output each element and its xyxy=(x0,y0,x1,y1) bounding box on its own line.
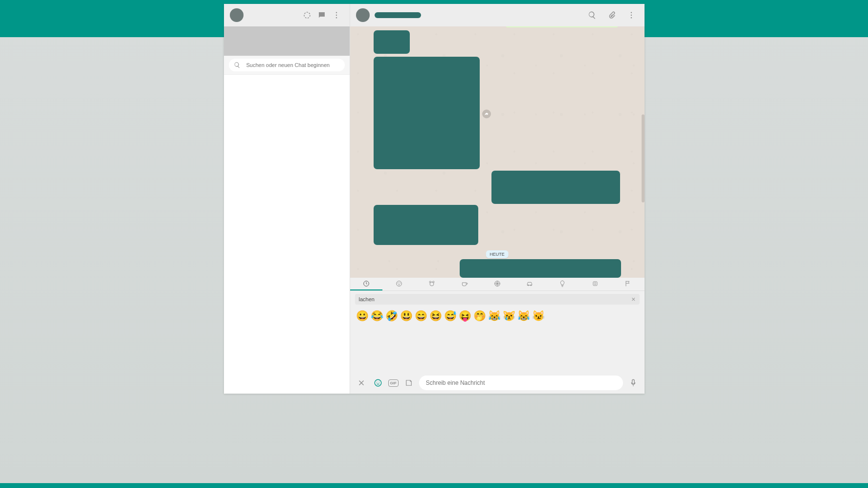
flag-icon xyxy=(624,280,632,288)
svg-point-2 xyxy=(335,15,336,16)
emoji-tab-smileys[interactable] xyxy=(382,278,415,290)
message-bubble-outgoing[interactable] xyxy=(491,171,620,204)
coffee-icon xyxy=(461,280,468,288)
chat-menu-dots-icon[interactable] xyxy=(624,8,639,22)
emoji-item[interactable]: 😆 xyxy=(429,310,442,322)
smiley-icon xyxy=(395,280,403,288)
app-window: HEUTE xyxy=(224,4,645,394)
bulb-icon xyxy=(558,280,566,288)
emoji-search-clear-icon[interactable]: × xyxy=(631,295,635,303)
attach-icon[interactable] xyxy=(604,8,619,22)
svg-point-18 xyxy=(375,379,381,386)
search-icon xyxy=(234,62,241,68)
emoji-tab-food[interactable] xyxy=(448,278,481,290)
sidebar-header xyxy=(224,4,350,26)
message-input-wrap[interactable] xyxy=(419,376,623,390)
forward-icon[interactable] xyxy=(482,110,491,118)
emoji-item[interactable]: 🤣 xyxy=(385,310,398,322)
contact-avatar[interactable] xyxy=(356,8,370,22)
emoji-item[interactable]: 😿 xyxy=(503,310,515,322)
emoji-item[interactable]: 😅 xyxy=(444,310,457,322)
svg-point-3 xyxy=(335,17,336,18)
emoji-item[interactable]: 😹 xyxy=(517,310,530,322)
messages-container: HEUTE xyxy=(350,26,645,278)
chat-scrollbar-thumb[interactable] xyxy=(642,114,645,202)
emoji-tab-recent[interactable] xyxy=(350,278,383,290)
sidebar-search-wrap xyxy=(224,56,350,75)
svg-point-19 xyxy=(377,382,378,383)
svg-point-8 xyxy=(396,281,401,287)
emoji-tab-objects[interactable] xyxy=(546,278,579,290)
new-chat-icon[interactable] xyxy=(314,8,329,22)
message-bubble-incoming[interactable] xyxy=(374,205,478,245)
chat-header xyxy=(350,4,645,26)
chat-list[interactable] xyxy=(224,75,350,394)
page-bottom-banner xyxy=(0,483,868,488)
gif-button[interactable]: GIF xyxy=(388,379,399,387)
svg-rect-17 xyxy=(593,282,597,286)
emoji-results-grid: 😀 😂 🤣 😃 😄 😆 😅 😝 🤭 😹 😿 😹 😼 xyxy=(350,307,645,325)
emoji-item[interactable]: 🤭 xyxy=(473,310,486,322)
emoji-item[interactable]: 😃 xyxy=(400,310,413,322)
sticker-icon[interactable] xyxy=(402,376,415,390)
emoji-search[interactable]: × xyxy=(355,294,640,305)
message-bubble-incoming[interactable] xyxy=(374,57,480,169)
svg-point-20 xyxy=(378,382,379,383)
car-icon xyxy=(526,280,534,288)
emoji-item[interactable]: 😹 xyxy=(488,310,501,322)
contact-name[interactable] xyxy=(375,12,421,18)
svg-point-5 xyxy=(630,15,631,16)
message-input[interactable] xyxy=(426,379,616,386)
emoji-item[interactable]: 😂 xyxy=(371,310,383,322)
ball-icon xyxy=(493,280,501,288)
sidebar xyxy=(224,4,350,394)
message-bubble-outgoing[interactable] xyxy=(460,259,621,278)
message-bubble-incoming[interactable] xyxy=(374,30,410,54)
own-avatar[interactable] xyxy=(230,8,244,22)
status-icon[interactable] xyxy=(300,8,314,22)
svg-point-4 xyxy=(630,12,631,13)
emoji-item[interactable]: 😼 xyxy=(532,310,545,322)
emoji-tab-activity[interactable] xyxy=(481,278,513,290)
date-chip: HEUTE xyxy=(486,250,509,258)
composer: GIF xyxy=(350,372,645,394)
emoji-tab-flags[interactable] xyxy=(612,278,645,290)
emoji-picker: × 😀 😂 🤣 😃 😄 😆 😅 😝 🤭 😹 😿 😹 😼 xyxy=(350,278,645,372)
close-emoji-icon[interactable] xyxy=(355,376,368,390)
svg-point-6 xyxy=(630,17,631,18)
sidebar-notification-banner[interactable] xyxy=(224,26,350,56)
emoji-item[interactable]: 😀 xyxy=(356,310,369,322)
emoji-search-input[interactable] xyxy=(359,296,629,302)
chat-panel: HEUTE xyxy=(350,4,645,394)
emoji-tab-animals[interactable] xyxy=(415,278,448,290)
emoji-item[interactable]: 😄 xyxy=(415,310,427,322)
emoji-item[interactable]: 😝 xyxy=(459,310,471,322)
chat-search-icon[interactable] xyxy=(585,8,600,22)
bear-icon xyxy=(428,280,436,288)
emoji-picker-toggle-icon[interactable] xyxy=(372,376,384,390)
svg-point-0 xyxy=(304,12,310,18)
menu-dots-icon[interactable] xyxy=(329,8,344,22)
emoji-tab-travel[interactable] xyxy=(513,278,546,290)
symbols-icon xyxy=(591,280,599,288)
svg-point-10 xyxy=(400,283,400,283)
clock-icon xyxy=(362,280,370,288)
emoji-tab-symbols[interactable] xyxy=(579,278,612,290)
emoji-category-tabs xyxy=(350,278,645,291)
svg-point-9 xyxy=(398,283,398,283)
svg-point-1 xyxy=(335,12,336,13)
chat-body[interactable]: HEUTE xyxy=(350,26,645,278)
sidebar-search-input[interactable] xyxy=(246,62,340,68)
sidebar-search[interactable] xyxy=(229,59,345,71)
mic-icon[interactable] xyxy=(627,376,640,390)
